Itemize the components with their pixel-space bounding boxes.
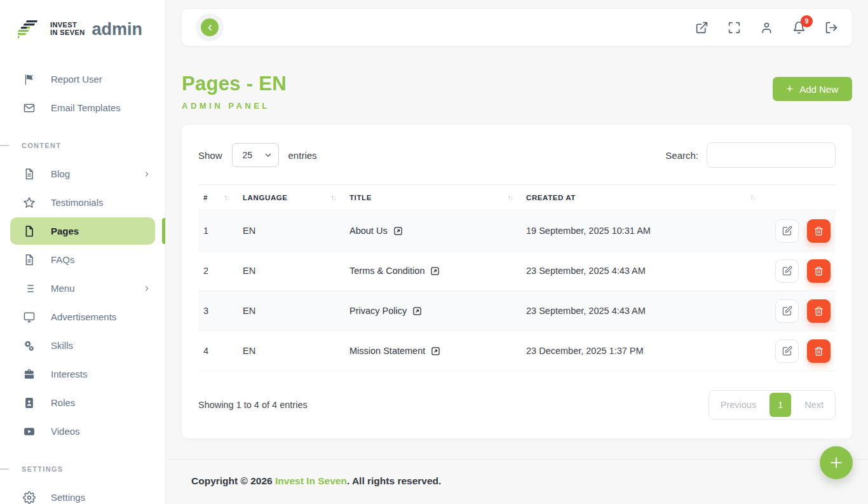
sidebar-item-faqs[interactable]: FAQs <box>0 245 165 274</box>
cell-created-at: 23 December, 2025 1:37 PM <box>521 331 764 371</box>
sidebar-item-pages[interactable]: Pages <box>10 217 155 245</box>
brand-logo-icon <box>18 18 44 41</box>
search-input[interactable] <box>707 142 836 168</box>
delete-button[interactable] <box>807 299 831 323</box>
pagination-page-1[interactable]: 1 <box>770 393 791 417</box>
edit-button[interactable] <box>775 299 799 323</box>
page-title-link[interactable]: Mission Statement <box>349 346 516 356</box>
pagination-previous[interactable]: Previous <box>709 391 768 419</box>
user-icon[interactable] <box>760 21 773 34</box>
edit-icon <box>782 306 792 316</box>
column-header-num[interactable]: #↑↓ <box>198 185 238 211</box>
entries-summary: Showing 1 to 4 of 4 entries <box>198 400 308 410</box>
sort-icon: ↑↓ <box>750 193 759 202</box>
sidebar-section-content: CONTENT <box>0 132 165 160</box>
sidebar-item-advertisements[interactable]: Advertisements <box>0 303 165 331</box>
main-area: 9 Pages - EN ADMIN PANEL + Add New Show … <box>166 0 868 504</box>
fullscreen-icon[interactable] <box>728 21 741 34</box>
cell-num: 4 <box>198 331 238 371</box>
sidebar-item-label: Interests <box>51 369 88 379</box>
gear-icon <box>23 491 36 504</box>
edit-button[interactable] <box>775 219 799 243</box>
cell-num: 3 <box>198 291 238 331</box>
sidebar-nav: Report User Email Templates CONTENT Blog… <box>0 65 165 504</box>
edit-icon <box>782 266 792 276</box>
envelope-icon <box>23 102 36 114</box>
page-title-link[interactable]: Terms & Condition <box>349 266 516 276</box>
open-page-icon <box>431 346 440 356</box>
column-header-actions <box>764 185 836 211</box>
pagination: Previous 1 Next <box>709 390 836 419</box>
sidebar-item-label: Menu <box>51 283 75 294</box>
sort-icon: ↑↓ <box>507 193 516 202</box>
pagination-next[interactable]: Next <box>793 391 835 419</box>
search-label: Search: <box>665 150 698 161</box>
floating-add-button[interactable] <box>820 446 853 479</box>
sidebar-item-label: Skills <box>51 340 73 351</box>
cell-created-at: 23 September, 2025 4:43 AM <box>521 291 764 331</box>
file-text-icon <box>23 254 36 266</box>
table-row: 4 EN Mission Statement 23 December, 2025… <box>198 331 836 371</box>
sidebar-item-settings[interactable]: Settings <box>0 483 165 504</box>
footer-brand-link[interactable]: Invest In Seven <box>275 475 347 486</box>
delete-button[interactable] <box>807 259 831 283</box>
brand-name: INVEST IN SEVEN <box>50 22 85 36</box>
pages-table-card: Show 25 entries Search: #↑↓ LANGUAGE↑↓ <box>182 125 852 439</box>
column-header-language[interactable]: LANGUAGE↑↓ <box>238 185 344 211</box>
logout-icon[interactable] <box>825 21 838 34</box>
plus-icon: + <box>787 83 794 95</box>
entries-label: entries <box>288 150 317 161</box>
plus-icon <box>829 456 843 470</box>
sidebar-item-label: Pages <box>51 226 79 236</box>
delete-button[interactable] <box>807 219 831 243</box>
trash-icon <box>814 226 824 236</box>
external-link-icon[interactable] <box>695 21 709 34</box>
add-new-button[interactable]: + Add New <box>773 77 852 101</box>
briefcase-icon <box>23 368 36 381</box>
sidebar-item-testimonials[interactable]: Testimonials <box>0 188 165 217</box>
sidebar-item-interests[interactable]: Interests <box>0 360 165 388</box>
sidebar-item-label: Roles <box>51 397 75 408</box>
cell-language: EN <box>238 291 344 331</box>
cell-language: EN <box>238 211 344 251</box>
table-row: 3 EN Privacy Policy 23 September, 2025 4… <box>198 291 836 331</box>
sidebar-item-label: Report User <box>51 74 102 85</box>
sidebar-item-roles[interactable]: Roles <box>0 388 165 417</box>
brand-logo[interactable]: INVEST IN SEVEN admin <box>0 15 165 43</box>
sidebar: INVEST IN SEVEN admin Report User Email … <box>0 0 166 504</box>
page-title-link[interactable]: About Us <box>349 226 516 236</box>
copyright-suffix: . All rights reserved. <box>347 475 441 486</box>
back-button[interactable] <box>196 13 224 41</box>
column-header-title[interactable]: TITLE↑↓ <box>344 185 521 211</box>
sidebar-item-label: Testimonials <box>51 197 104 208</box>
video-icon <box>23 425 36 438</box>
table-row: 1 EN About Us 19 September, 2025 10:31 A… <box>198 211 836 251</box>
column-header-created-at[interactable]: CREATED AT↑↓ <box>521 185 764 211</box>
footer: Copyright © 2026 Invest In Seven. All ri… <box>166 459 868 487</box>
star-icon <box>23 196 36 209</box>
open-page-icon <box>412 306 422 316</box>
page-title-link[interactable]: Privacy Policy <box>349 306 516 316</box>
cell-num: 1 <box>198 211 238 251</box>
cell-created-at: 23 September, 2025 4:43 AM <box>521 251 764 291</box>
trash-icon <box>814 266 824 276</box>
delete-button[interactable] <box>807 339 831 363</box>
sidebar-item-label: Settings <box>51 492 85 503</box>
sidebar-item-report-user[interactable]: Report User <box>0 65 165 93</box>
sidebar-item-videos[interactable]: Videos <box>0 417 165 446</box>
cell-created-at: 19 September, 2025 10:31 AM <box>521 211 764 251</box>
edit-button[interactable] <box>775 259 799 283</box>
sidebar-item-label: FAQs <box>51 254 75 265</box>
sidebar-item-skills[interactable]: Skills <box>0 331 165 360</box>
sidebar-item-menu[interactable]: Menu <box>0 274 165 303</box>
id-badge-icon <box>23 397 36 409</box>
sidebar-item-blog[interactable]: Blog <box>0 160 165 188</box>
trash-icon <box>814 306 824 316</box>
bell-icon[interactable]: 9 <box>792 21 806 34</box>
page-size-select[interactable]: 25 <box>232 143 279 167</box>
sidebar-item-email-templates[interactable]: Email Templates <box>0 93 165 122</box>
sort-icon: ↑↓ <box>330 193 339 202</box>
notification-badge: 9 <box>801 15 813 27</box>
cell-language: EN <box>238 331 344 371</box>
edit-button[interactable] <box>775 339 799 363</box>
